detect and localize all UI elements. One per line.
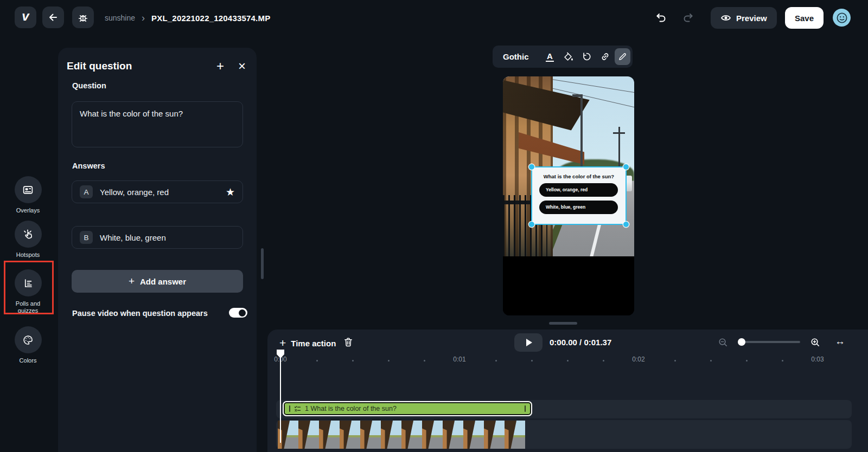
sidebar-item-overlays[interactable]: Overlays	[0, 176, 56, 214]
video-canvas: What is the color of the sun? Yellow, or…	[503, 76, 634, 315]
add-time-action-label: Time action	[291, 339, 336, 348]
ruler-tick-dot	[567, 360, 569, 361]
resize-handle-bottom-right[interactable]	[623, 222, 629, 227]
resize-handle-bottom-left[interactable]	[529, 222, 534, 227]
add-question-button[interactable]: +	[216, 60, 224, 73]
undo-button[interactable]	[655, 11, 668, 24]
filmstrip-thumbnail	[463, 421, 484, 449]
quiz-icon	[294, 405, 301, 412]
chevron-right-icon: ›	[142, 13, 145, 23]
text-color-button[interactable]: A	[541, 48, 559, 65]
answer-text-a[interactable]: Yellow, orange, red	[100, 188, 219, 197]
preview-button[interactable]: Preview	[711, 7, 777, 29]
question-input[interactable]: What is the color of the sun?	[72, 101, 243, 147]
reset-rotate-button[interactable]	[578, 48, 596, 65]
vimeo-logo-icon: v	[22, 10, 29, 25]
edit-question-panel: Edit question + × Question What is the c…	[58, 48, 257, 452]
time-separator: /	[577, 338, 584, 347]
link-icon	[600, 51, 610, 62]
overlays-icon	[22, 184, 34, 196]
fit-width-button[interactable]: ↔	[835, 335, 845, 347]
answer-text-b[interactable]: White, blue, green	[100, 233, 235, 242]
save-button[interactable]: Save	[785, 7, 824, 29]
redo-button[interactable]	[681, 11, 694, 24]
filmstrip-thumbnail	[505, 421, 525, 449]
pause-toggle[interactable]	[229, 308, 247, 318]
overlay-question-text: What is the color of the sun?	[532, 173, 626, 179]
zoom-in-button[interactable]	[810, 337, 820, 347]
ruler-tick-dot	[424, 360, 425, 361]
panel-title: Edit question	[67, 60, 132, 72]
event-trim-handle-left[interactable]	[289, 405, 290, 412]
text-color-icon: A	[546, 51, 554, 62]
filmstrip-thumbnail	[422, 421, 443, 449]
answer-row-a[interactable]: A Yellow, orange, red ★	[72, 180, 243, 203]
playhead-line	[280, 357, 281, 443]
ruler-label-2: 0:02	[632, 356, 644, 363]
delete-action-button[interactable]	[343, 337, 354, 348]
hotspots-icon	[22, 229, 34, 240]
event-trim-handle-right[interactable]	[525, 405, 526, 412]
font-selector[interactable]: Gothic	[503, 52, 529, 61]
add-answer-button[interactable]: + Add answer	[72, 270, 243, 293]
eye-icon	[720, 12, 731, 23]
ruler-tick-dot	[710, 360, 712, 361]
zoom-in-icon	[810, 337, 820, 347]
polls-quizzes-highlight-box	[4, 261, 54, 314]
overlay-option-1[interactable]: Yellow, orange, red	[539, 183, 618, 197]
breadcrumb-file-name: PXL_20221022_120433574.MP	[151, 14, 270, 23]
answer-letter-b: B	[80, 231, 93, 244]
overlay-option-2[interactable]: White, blue, green	[539, 201, 618, 214]
debug-button[interactable]	[72, 7, 94, 28]
ruler-tick-dot	[674, 360, 676, 361]
pencil-icon	[618, 52, 627, 61]
quiz-event-bar[interactable]: 1 What is the color of the sun?	[283, 401, 532, 416]
close-panel-button[interactable]: ×	[238, 60, 246, 73]
edit-text-button[interactable]	[615, 48, 631, 65]
back-button[interactable]	[42, 7, 64, 28]
filmstrip[interactable]	[278, 421, 525, 449]
ruler-label-1: 0:01	[453, 356, 465, 363]
sidebar-item-colors[interactable]: Colors	[0, 326, 56, 364]
arrow-left-icon	[48, 12, 59, 23]
vimeo-logo-button[interactable]: v	[15, 7, 36, 28]
filmstrip-thumbnail	[484, 421, 505, 449]
panel-scrollbar[interactable]	[261, 248, 264, 279]
current-time: 0:00.00	[550, 338, 577, 347]
zoom-out-icon	[718, 337, 728, 347]
timeline-zoom-knob[interactable]	[738, 338, 745, 346]
topbar: v sunshine › PXL_20221022_120433574.MP P…	[0, 0, 868, 36]
quiz-event-label: 1 What is the color of the sun?	[305, 405, 521, 412]
breadcrumb-project-link[interactable]: sunshine	[105, 14, 135, 22]
resize-handle-top-right[interactable]	[623, 164, 629, 170]
ruler-tick-dot	[782, 360, 783, 361]
link-button[interactable]	[596, 48, 615, 65]
filmstrip-thumbnail	[381, 421, 401, 449]
timeline-zoom-slider[interactable]	[738, 341, 800, 343]
power-line	[548, 78, 634, 93]
ruler-tick-dot	[603, 360, 604, 361]
avatar[interactable]	[833, 9, 851, 27]
bug-icon	[78, 12, 88, 23]
total-duration: 0:01.37	[584, 338, 611, 347]
resize-handle-top-left[interactable]	[529, 164, 534, 170]
answers-label: Answers	[72, 162, 105, 170]
question-label: Question	[72, 81, 106, 90]
play-button[interactable]	[514, 333, 542, 352]
sidebar-item-hotspots[interactable]: Hotspots	[0, 221, 56, 259]
zoom-out-button[interactable]	[718, 337, 728, 347]
letterbox	[503, 256, 634, 315]
preview-resize-handle[interactable]	[549, 322, 577, 325]
plus-icon: +	[279, 337, 286, 350]
add-time-action-button[interactable]: + Time action	[279, 337, 336, 350]
sidebar-label-overlays: Overlays	[7, 207, 50, 214]
question-overlay-card[interactable]: What is the color of the sun? Yellow, or…	[531, 166, 627, 225]
add-answer-label: Add answer	[140, 277, 186, 286]
answer-letter-a: A	[80, 185, 93, 198]
correct-answer-star-icon[interactable]: ★	[226, 186, 235, 198]
breadcrumb: sunshine › PXL_20221022_120433574.MP	[105, 13, 270, 23]
paint-bucket-icon	[563, 51, 573, 62]
ruler-tick-dot	[495, 360, 497, 361]
fill-color-button[interactable]	[559, 48, 578, 65]
answer-row-b[interactable]: B White, blue, green	[72, 226, 243, 249]
